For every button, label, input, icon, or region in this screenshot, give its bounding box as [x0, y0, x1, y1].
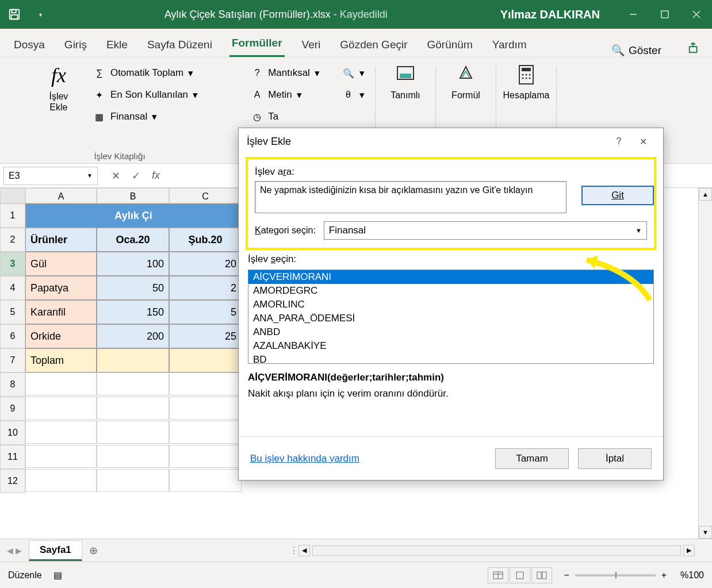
help-icon[interactable]: ?	[607, 132, 631, 151]
header-cell[interactable]: Şub.20	[169, 228, 242, 252]
total-cell[interactable]	[97, 348, 169, 372]
list-item[interactable]: AZALANBAKİYE	[248, 339, 653, 353]
window-title: Aylık Çiçek Satışları (Formüller).xlsx -…	[52, 9, 500, 21]
datetime-button[interactable]: ◷Ta	[248, 109, 322, 124]
row-header[interactable]: 9	[0, 397, 25, 421]
row-header[interactable]: 1	[0, 203, 25, 228]
text-button[interactable]: AMetin ▾	[248, 87, 322, 102]
close-button[interactable]	[680, 0, 712, 29]
zoom-control[interactable]: − + %100	[564, 570, 704, 581]
row-header[interactable]: 8	[0, 372, 25, 397]
data-cell[interactable]: 100	[97, 252, 169, 276]
data-cell[interactable]: 5	[169, 300, 242, 324]
row-header[interactable]: 3	[0, 252, 25, 276]
enter-icon[interactable]: ✓	[132, 170, 140, 182]
row-header[interactable]: 2	[0, 228, 25, 252]
svg-point-12	[522, 74, 524, 76]
tab-formulas[interactable]: Formüller	[229, 31, 285, 57]
next-sheet-icon[interactable]: ▶	[16, 546, 22, 555]
quick-access-dropdown[interactable]: ▾	[29, 11, 52, 18]
data-cell[interactable]: Gül	[25, 252, 97, 276]
user-name[interactable]: Yılmaz DALKIRAN	[500, 8, 600, 21]
logical-button[interactable]: ?Mantıksal ▾	[248, 66, 322, 80]
data-cell[interactable]: Orkide	[25, 324, 97, 348]
tab-data[interactable]: Veri	[300, 33, 323, 57]
col-header[interactable]: C	[169, 188, 242, 203]
row-header[interactable]: 11	[0, 445, 25, 469]
data-cell[interactable]: 200	[97, 324, 169, 348]
normal-view-button[interactable]	[488, 567, 508, 583]
data-cell[interactable]: 25	[169, 324, 242, 348]
tab-layout[interactable]: Sayfa Düzeni	[145, 33, 215, 57]
insert-function-button[interactable]: fx İşlev Ekle	[39, 63, 78, 124]
col-header[interactable]: B	[97, 188, 169, 203]
sheet-tab[interactable]: Sayfa1	[29, 540, 82, 561]
recently-used-button[interactable]: ✦En Son Kullanılan ▾	[91, 87, 200, 102]
row-header[interactable]: 12	[0, 469, 25, 493]
header-cell[interactable]: Oca.20	[97, 228, 169, 252]
lookup-button[interactable]: 🔍▾	[340, 66, 367, 80]
row-header[interactable]: 6	[0, 324, 25, 348]
autosum-button[interactable]: ∑Otomatik Toplam ▾	[91, 66, 200, 80]
zoom-out-icon[interactable]: −	[564, 570, 569, 581]
total-label[interactable]: Toplam	[25, 348, 97, 372]
page-break-view-button[interactable]	[531, 567, 552, 583]
data-cell[interactable]: 50	[97, 276, 169, 300]
zoom-in-icon[interactable]: +	[661, 570, 667, 581]
scroll-left-icon[interactable]: ◀	[298, 545, 310, 556]
tab-review[interactable]: Gözden Geçir	[338, 33, 409, 57]
data-cell[interactable]: 2	[169, 276, 242, 300]
close-icon[interactable]: ✕	[631, 132, 655, 151]
ok-button[interactable]: Tamam	[495, 448, 569, 469]
total-cell[interactable]	[169, 348, 242, 372]
macro-record-icon[interactable]: ▤	[53, 570, 62, 581]
prev-sheet-icon[interactable]: ◀	[7, 546, 13, 555]
data-cell[interactable]: 150	[97, 300, 169, 324]
title-cell[interactable]: Aylık Çi	[25, 203, 242, 228]
tab-file[interactable]: Dosya	[12, 33, 47, 57]
horizontal-scrollbar[interactable]: ◀ ▶	[298, 545, 712, 556]
cancel-icon[interactable]: ✕	[112, 170, 120, 182]
list-item[interactable]: ANBD	[248, 325, 653, 339]
name-box[interactable]: E3▼	[3, 167, 98, 185]
list-item[interactable]: BD	[248, 353, 653, 364]
tab-home[interactable]: Giriş	[62, 33, 89, 57]
vertical-scrollbar[interactable]: ▲ ▼	[698, 188, 712, 539]
scroll-up-icon[interactable]: ▲	[699, 188, 712, 201]
data-cell[interactable]: 20	[169, 252, 242, 276]
go-button[interactable]: Git	[581, 186, 654, 205]
page-layout-view-button[interactable]	[510, 567, 530, 583]
select-all-corner[interactable]	[0, 188, 25, 203]
col-header[interactable]: A	[25, 188, 97, 203]
cancel-button[interactable]: İptal	[578, 448, 652, 469]
tell-me-search[interactable]: 🔍Göster	[611, 44, 661, 57]
zoom-slider[interactable]	[575, 574, 656, 577]
tag-icon	[394, 63, 417, 86]
row-header[interactable]: 10	[0, 421, 25, 445]
status-bar: Düzenle ▤ − + %100	[0, 562, 712, 588]
function-search-input[interactable]: Ne yapmak istediğinizin kısa bir açıklam…	[255, 181, 566, 213]
fx-icon[interactable]: fx	[152, 170, 160, 182]
share-button[interactable]	[688, 41, 700, 57]
financial-button[interactable]: ▦Finansal ▾	[91, 109, 200, 124]
maximize-button[interactable]	[649, 0, 680, 29]
save-icon[interactable]	[0, 0, 29, 29]
row-header[interactable]: 5	[0, 300, 25, 324]
help-link[interactable]: Bu işlev hakkında yardım	[250, 453, 359, 464]
header-cell[interactable]: Ürünler	[25, 228, 97, 252]
minimize-button[interactable]	[617, 0, 649, 29]
tab-view[interactable]: Görünüm	[425, 33, 475, 57]
row-header[interactable]: 4	[0, 276, 25, 300]
add-sheet-button[interactable]: ⊕	[82, 544, 105, 557]
row-header[interactable]: 7	[0, 348, 25, 372]
tab-insert[interactable]: Ekle	[104, 33, 130, 57]
category-select[interactable]: Finansal▼	[324, 221, 647, 240]
data-cell[interactable]: Karanfil	[25, 300, 97, 324]
math-button[interactable]: θ▾	[340, 87, 367, 102]
tab-help[interactable]: Yardım	[490, 33, 529, 57]
zoom-level[interactable]: %100	[680, 570, 704, 581]
data-cell[interactable]: Papatya	[25, 276, 97, 300]
scroll-down-icon[interactable]: ▼	[699, 526, 712, 539]
scroll-right-icon[interactable]: ▶	[683, 545, 695, 556]
theta-icon: θ	[342, 89, 355, 101]
